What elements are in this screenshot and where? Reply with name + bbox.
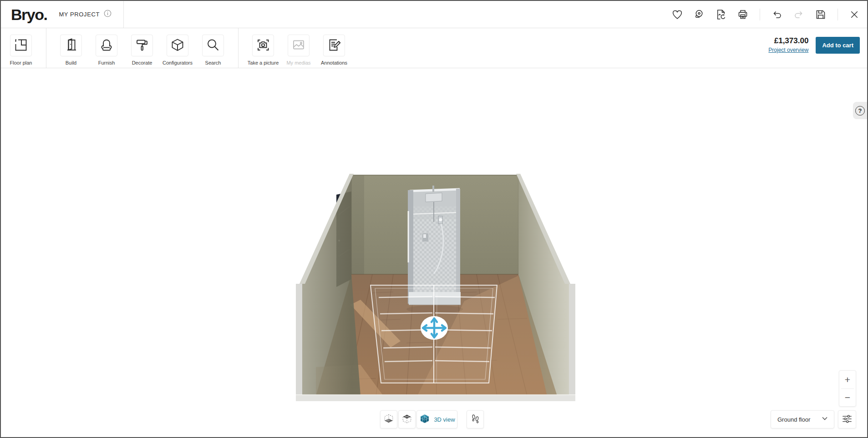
save-button[interactable] bbox=[815, 9, 827, 20]
tool-furnish[interactable]: Furnish bbox=[96, 35, 117, 65]
brand-logo: Bryo. bbox=[11, 7, 47, 22]
print-button[interactable] bbox=[737, 9, 749, 20]
box-view-button[interactable] bbox=[398, 410, 416, 428]
project-price: £1,373.00 bbox=[768, 36, 808, 45]
sliders-icon bbox=[841, 413, 853, 426]
tool-label: My medias bbox=[286, 60, 310, 65]
walk-mode-button[interactable] bbox=[467, 410, 484, 428]
floor-selector-value: Ground floor bbox=[777, 416, 821, 423]
app-window: Bryo. MY PROJECT bbox=[0, 0, 868, 438]
image-icon bbox=[291, 38, 306, 54]
zoom-out-button[interactable]: − bbox=[839, 389, 856, 407]
tool-label: Annotations bbox=[321, 60, 347, 65]
save-icon bbox=[815, 9, 827, 20]
export-plan-button[interactable] bbox=[715, 9, 727, 20]
tool-configurators[interactable]: Configurators bbox=[167, 35, 188, 65]
move-handle[interactable] bbox=[421, 316, 448, 340]
magnifier-icon bbox=[206, 38, 220, 54]
cart-block: £1,373.00 Project overview Add to cart bbox=[768, 35, 860, 54]
tool-label: Take a picture bbox=[248, 60, 279, 65]
tool-annotations[interactable]: Annotations bbox=[323, 35, 345, 65]
project-name: MY PROJECT bbox=[59, 11, 100, 18]
favorite-button[interactable] bbox=[671, 9, 683, 20]
footsteps-icon bbox=[469, 413, 481, 426]
floor-view-icon bbox=[382, 413, 395, 427]
3d-view-label: 3D view bbox=[434, 416, 455, 423]
header-divider bbox=[123, 1, 124, 28]
measure-button[interactable] bbox=[693, 9, 705, 20]
help-icon: ? bbox=[855, 106, 865, 116]
close-button[interactable] bbox=[849, 9, 860, 20]
tool-group-design: Build Furnish Decorate Configurators Sea… bbox=[60, 35, 224, 65]
project-title: MY PROJECT bbox=[59, 10, 112, 19]
tool-my-medias[interactable]: My medias bbox=[288, 35, 310, 65]
redo-icon bbox=[793, 9, 805, 20]
armchair-icon bbox=[99, 38, 114, 54]
undo-button[interactable] bbox=[771, 9, 783, 20]
tool-label: Decorate bbox=[132, 60, 152, 65]
toolbar-divider bbox=[238, 28, 239, 68]
export-plan-icon bbox=[715, 9, 727, 20]
room-3d-scene[interactable] bbox=[1, 68, 867, 437]
header-actions bbox=[671, 9, 860, 20]
tool-search[interactable]: Search bbox=[202, 35, 224, 65]
tool-label: Floor plan bbox=[10, 60, 32, 65]
floor-view-button[interactable] bbox=[380, 410, 397, 428]
tool-label: Furnish bbox=[98, 60, 115, 65]
tool-take-a-picture[interactable]: Take a picture bbox=[252, 35, 274, 65]
3d-view-button[interactable]: 3D view bbox=[416, 410, 457, 428]
camera-icon bbox=[256, 38, 270, 54]
undo-icon bbox=[771, 9, 783, 20]
display-settings-button[interactable] bbox=[838, 410, 856, 428]
help-button[interactable]: ? bbox=[853, 102, 867, 119]
zoom-in-button[interactable]: + bbox=[839, 371, 856, 388]
toolbar: Floor plan Build Furnish Decorate Config… bbox=[1, 28, 867, 68]
toolbar-divider bbox=[46, 28, 46, 68]
info-icon[interactable] bbox=[104, 10, 112, 19]
floor-plan-icon bbox=[14, 38, 28, 54]
redo-button[interactable] bbox=[793, 9, 805, 20]
header: Bryo. MY PROJECT bbox=[1, 1, 867, 28]
zoom-controls: + − bbox=[839, 370, 856, 407]
tool-build[interactable]: Build bbox=[60, 35, 82, 65]
project-overview-link[interactable]: Project overview bbox=[768, 47, 808, 53]
note-pencil-icon bbox=[327, 38, 341, 54]
measuring-tape-icon bbox=[693, 9, 705, 20]
close-icon bbox=[849, 9, 860, 20]
tool-floor-plan[interactable]: Floor plan bbox=[10, 35, 32, 65]
tool-label: Configurators bbox=[162, 60, 193, 65]
chevron-down-icon bbox=[821, 415, 828, 424]
heart-icon bbox=[671, 9, 683, 20]
add-to-cart-button[interactable]: Add to cart bbox=[816, 37, 860, 54]
view-mode-controls: 3D view bbox=[380, 410, 457, 428]
paint-roller-icon bbox=[135, 38, 149, 54]
tool-group-media: Take a picture My medias Annotations bbox=[252, 35, 345, 65]
door-icon bbox=[64, 38, 78, 54]
printer-icon bbox=[737, 9, 749, 20]
tool-label: Search bbox=[205, 60, 221, 65]
floor-selector[interactable]: Ground floor bbox=[771, 410, 834, 428]
cube-3d-icon bbox=[419, 413, 431, 426]
tool-decorate[interactable]: Decorate bbox=[131, 35, 153, 65]
planner-canvas[interactable]: ? + − bbox=[1, 68, 867, 437]
box-view-icon bbox=[401, 413, 413, 427]
tool-label: Build bbox=[66, 60, 76, 65]
cube-icon bbox=[170, 38, 185, 54]
